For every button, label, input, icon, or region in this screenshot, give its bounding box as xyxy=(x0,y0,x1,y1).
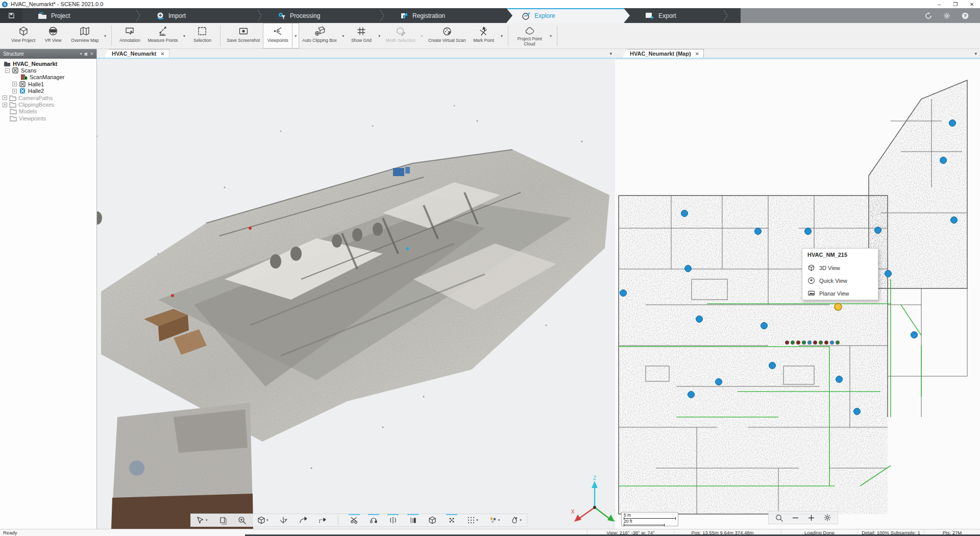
ribbon-tab-import[interactable]: Import xyxy=(141,8,262,23)
measure-points-button[interactable]: Measure Points xyxy=(144,23,181,48)
scan-cluster-marker[interactable] xyxy=(824,340,828,344)
view-project-button[interactable]: View Project xyxy=(8,23,38,48)
tree-item-halle1[interactable]: + Halle1 xyxy=(0,81,96,87)
mark-point-button[interactable]: Mark Point xyxy=(469,23,498,48)
histogram-button[interactable] xyxy=(407,514,419,526)
sync-icon[interactable] xyxy=(925,12,932,19)
color-mode-button[interactable]: ▾ xyxy=(487,514,501,526)
show-grid-button[interactable]: Show Grid xyxy=(347,23,376,48)
file-menu-button[interactable] xyxy=(0,8,22,23)
scan-point-marker[interactable] xyxy=(620,290,627,297)
panel-close-icon[interactable]: ✕ xyxy=(90,52,93,56)
scan-cluster-marker[interactable] xyxy=(807,340,811,344)
tree-item-project[interactable]: HVAC_Neumarkt xyxy=(0,60,96,67)
tab-hvac-neumarkt[interactable]: HVAC_Neumarkt ✕ xyxy=(104,49,169,58)
tree-item-scans[interactable]: − Scans xyxy=(0,67,96,74)
zoom-tool-button[interactable] xyxy=(236,514,248,526)
ribbon-tab-processing[interactable]: Processing xyxy=(262,8,385,23)
selected-scan-point[interactable] xyxy=(835,303,842,310)
menu-item-3d-view[interactable]: 3D View xyxy=(802,261,878,274)
pan-tool-button[interactable] xyxy=(217,514,228,526)
scan-point-marker[interactable] xyxy=(885,271,892,277)
point-render-button[interactable] xyxy=(446,514,457,526)
collapse-expander-icon[interactable]: − xyxy=(5,68,10,73)
scan-point-marker[interactable] xyxy=(854,408,861,415)
save-screenshot-button[interactable]: Save Screenshot xyxy=(224,23,263,48)
scan-cluster-marker[interactable] xyxy=(813,340,817,344)
create-virtual-scan-button[interactable]: Create Virtual Scan xyxy=(425,23,469,48)
scan-point-marker[interactable] xyxy=(769,362,776,369)
tab-hvac-neumarkt-map[interactable]: HVAC_Neumarkt (Map) ✕ xyxy=(622,49,704,58)
scan-point-marker[interactable] xyxy=(761,323,768,329)
close-button[interactable]: ✕ xyxy=(964,0,980,8)
scan-point-marker[interactable] xyxy=(685,265,692,272)
tab-close-icon[interactable]: ✕ xyxy=(695,51,699,57)
scan-point-marker[interactable] xyxy=(755,228,762,235)
scan-cluster-marker[interactable] xyxy=(791,340,794,344)
tree-item-scanmanager[interactable]: ScanManager xyxy=(0,74,96,81)
scan-cluster-marker[interactable] xyxy=(836,340,839,344)
clipping-toggle-button[interactable] xyxy=(349,514,360,526)
tree-item-camerapaths[interactable]: + CameraPaths xyxy=(0,94,96,101)
selection-button[interactable]: Selection xyxy=(187,23,217,48)
scan-point-marker[interactable] xyxy=(716,379,722,385)
scan-point-marker[interactable] xyxy=(940,157,947,164)
show-grid-dropdown[interactable]: ▾ xyxy=(376,23,383,48)
project-point-cloud-dropdown[interactable]: ▾ xyxy=(547,23,554,48)
help-icon[interactable]: ? xyxy=(962,12,969,19)
scan-cluster-marker[interactable] xyxy=(785,340,789,344)
tree-item-clippingboxes[interactable]: + ClippingBoxes xyxy=(0,101,96,108)
panel-pin-icon[interactable]: ▣ xyxy=(84,52,88,56)
expand-expander-icon[interactable]: + xyxy=(12,82,17,86)
view-cube-button[interactable]: ▾ xyxy=(256,514,270,526)
view-3d-canvas[interactable]: Z X Y ▾ ▾ xyxy=(97,60,615,529)
auto-clipping-box-dropdown[interactable]: ▾ xyxy=(340,23,347,48)
ribbon-tab-explore[interactable]: Explore xyxy=(506,8,630,23)
expand-expander-icon[interactable]: + xyxy=(3,103,7,107)
vr-view-button[interactable]: VR View xyxy=(38,23,68,48)
zoom-in-button[interactable] xyxy=(807,514,815,522)
scan-cluster-marker[interactable] xyxy=(830,340,834,344)
map-zoom-icon[interactable] xyxy=(775,514,783,522)
structure-panel-header[interactable]: Structure ▾ ▣ ✕ xyxy=(0,49,96,59)
panel-dropdown-icon[interactable]: ▾ xyxy=(80,52,82,56)
menu-item-planar-view[interactable]: Planar View xyxy=(802,287,878,300)
scan-point-marker[interactable] xyxy=(949,120,956,127)
scan-point-marker[interactable] xyxy=(951,217,958,224)
split-view-button[interactable] xyxy=(387,514,399,526)
project-point-cloud-button[interactable]: Project Point Cloud xyxy=(511,23,547,48)
scan-point-marker[interactable] xyxy=(836,376,843,383)
tab-list-dropdown-icon[interactable]: ▾ xyxy=(974,51,977,56)
scan-point-marker[interactable] xyxy=(696,316,703,323)
viewpoints-button[interactable]: Viewpoints xyxy=(263,23,292,48)
maximize-button[interactable]: ❒ xyxy=(947,0,964,8)
mark-point-dropdown[interactable]: ▾ xyxy=(498,23,505,48)
auto-clipping-box-button[interactable]: Auto Clipping Box xyxy=(299,23,340,48)
select-tool-button[interactable]: ▾ xyxy=(195,514,209,526)
map-canvas[interactable]: HVAC_NM_215 3D View Quick View Planar Vi… xyxy=(615,60,980,529)
scan-point-marker[interactable] xyxy=(688,392,695,398)
rotate-view-button[interactable] xyxy=(278,514,289,526)
cube-toggle-button[interactable] xyxy=(427,514,438,526)
map-settings-gear-button[interactable] xyxy=(823,514,831,522)
tree-item-viewpoints[interactable]: Viewpoints xyxy=(0,115,96,121)
scan-point-marker[interactable] xyxy=(875,227,881,234)
viewpoints-dropdown[interactable]: ▾ xyxy=(292,23,299,48)
tree-item-models[interactable]: Models xyxy=(0,108,96,115)
overview-map-dropdown[interactable]: ▾ xyxy=(102,23,108,48)
overview-map-button[interactable]: Overview Map xyxy=(68,23,102,48)
settings-gear-icon[interactable] xyxy=(943,12,950,19)
ribbon-tab-project[interactable]: Project xyxy=(22,8,141,23)
scan-point-marker[interactable] xyxy=(911,332,918,338)
tree-item-halle2[interactable]: + Halle2 xyxy=(0,88,96,94)
minimize-button[interactable]: – xyxy=(931,0,947,8)
scan-point-marker[interactable] xyxy=(805,228,812,235)
clear-color-button[interactable]: ▾ xyxy=(509,514,523,526)
scan-cluster-marker[interactable] xyxy=(819,340,822,344)
scan-cluster-marker[interactable] xyxy=(796,340,800,344)
expand-expander-icon[interactable]: + xyxy=(12,89,17,93)
tab-list-dropdown-icon[interactable]: ▾ xyxy=(609,51,612,56)
ribbon-tab-registration[interactable]: Registration xyxy=(385,8,506,23)
tab-close-icon[interactable]: ✕ xyxy=(160,51,164,57)
fly-mode-button[interactable] xyxy=(297,514,308,526)
